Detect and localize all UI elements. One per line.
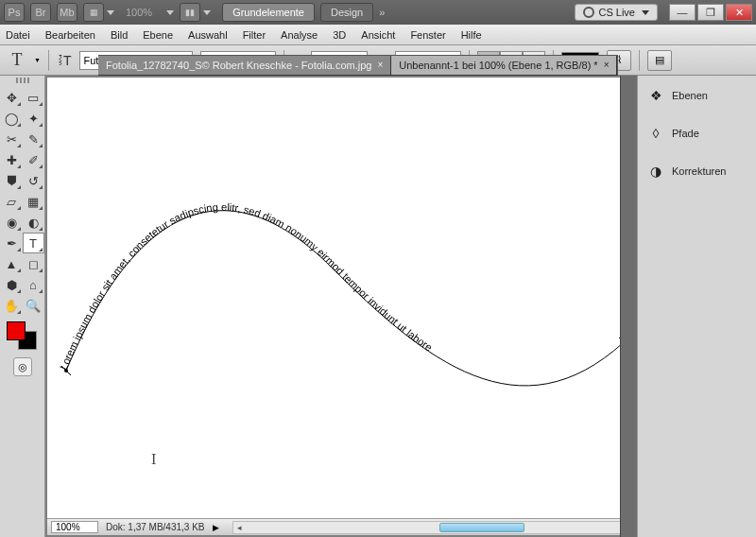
close-tab-icon[interactable]: × <box>604 60 610 70</box>
move-tool[interactable]: ✥ <box>1 87 23 108</box>
cs-live-button[interactable]: CS Live <box>575 4 658 21</box>
document-tab-1[interactable]: Fotolia_12782740_S© Robert Kneschke - Fo… <box>98 56 391 75</box>
layers-icon: ❖ <box>647 87 664 104</box>
panel-korrekturen-button[interactable]: ◑Korrekturen <box>638 157 756 185</box>
more-workspaces-icon[interactable]: » <box>379 7 385 18</box>
menu-ansicht[interactable]: Ansicht <box>361 29 395 41</box>
right-panel-dock: ❖Ebenen ◊Pfade ◑Korrekturen <box>637 76 756 537</box>
marquee-tool[interactable]: ▭ <box>23 87 44 108</box>
window-minimize-button[interactable]: — <box>669 4 696 21</box>
toolbox-panel: ✥▭ ◯✦ ✂✎ ✚✐ ⛊↺ ▱▦ ◉◐ ✒T ▲◻ ⬢⌂ ✋🔍 ◎ <box>0 76 45 537</box>
pen-tool[interactable]: ✒ <box>1 233 23 253</box>
menu-fenster[interactable]: Fenster <box>410 29 445 41</box>
panel-dock-strip[interactable] <box>620 76 637 537</box>
history-brush-tool[interactable]: ↺ <box>23 170 44 191</box>
menu-bearbeiten[interactable]: Bearbeiten <box>45 29 95 41</box>
heal-tool[interactable]: ✚ <box>1 149 23 170</box>
zoom-level-display[interactable]: 100% <box>126 7 152 18</box>
3d-tool[interactable]: ⬢ <box>1 274 23 295</box>
workspace-grundelemente-button[interactable]: Grundelemente <box>222 3 315 22</box>
menu-hilfe[interactable]: Hilfe <box>461 29 482 41</box>
crop-tool[interactable]: ✂ <box>1 129 23 149</box>
adjustments-icon: ◑ <box>647 163 664 180</box>
3d-camera-tool[interactable]: ⌂ <box>23 274 44 295</box>
panel-pfade-button[interactable]: ◊Pfade <box>638 119 756 147</box>
text-orientation-icon[interactable]: ⸾T <box>57 53 72 68</box>
color-wells[interactable] <box>7 321 39 350</box>
blur-tool[interactable]: ◉ <box>1 212 23 233</box>
hand-tool[interactable]: ✋ <box>1 295 23 316</box>
app-icon-mb[interactable]: Mb <box>57 3 77 22</box>
lasso-tool[interactable]: ◯ <box>1 108 23 129</box>
dodge-tool[interactable]: ◐ <box>23 212 44 233</box>
menu-filter[interactable]: Filter <box>243 29 266 41</box>
path-select-tool[interactable]: ▲ <box>1 253 23 274</box>
eraser-tool[interactable]: ▱ <box>1 191 23 212</box>
zoom-tool[interactable]: 🔍 <box>23 295 44 316</box>
document-size-info[interactable]: Dok: 1,37 MB/431,3 KB <box>106 522 205 532</box>
wand-tool[interactable]: ✦ <box>23 108 44 129</box>
brush-tool[interactable]: ✐ <box>23 149 44 170</box>
menu-analyse[interactable]: Analyse <box>281 29 318 41</box>
close-tab-icon[interactable]: × <box>377 60 383 70</box>
application-bar: Ps Br Mb ▦ 100% ▮▮ Grundelemente Design … <box>0 0 756 25</box>
type-tool-preset-icon[interactable]: T <box>8 50 26 70</box>
quickmask-button[interactable]: ◎ <box>13 357 32 376</box>
path-text[interactable]: Lorem ipsum dolor sit amet, consetetur s… <box>58 201 435 372</box>
arrange-documents-dropdown[interactable]: ▮▮ <box>180 3 211 22</box>
gradient-tool[interactable]: ▦ <box>23 191 44 212</box>
zoom-field[interactable]: 100% <box>51 521 98 533</box>
menu-bild[interactable]: Bild <box>111 29 128 41</box>
text-cursor-icon: I <box>151 451 156 468</box>
zoom-dropdown-arrow[interactable] <box>166 10 174 15</box>
app-icon-ps[interactable]: Ps <box>4 3 25 22</box>
workspace-design-button[interactable]: Design <box>320 3 373 22</box>
type-tool[interactable]: T <box>23 233 44 253</box>
document-tab-bar: Fotolia_12782740_S© Robert Kneschke - Fo… <box>98 55 618 76</box>
window-restore-button[interactable]: ❐ <box>697 4 724 21</box>
document-tab-2[interactable]: Unbenannt-1 bei 100% (Ebene 1, RGB/8) *× <box>391 56 617 75</box>
horizontal-scroll-thumb[interactable] <box>439 523 524 532</box>
window-close-button[interactable]: ✕ <box>726 4 752 21</box>
menu-bar: Datei Bearbeiten Bild Ebene Auswahl Filt… <box>0 25 756 45</box>
paths-icon: ◊ <box>647 125 664 142</box>
app-icon-bridge[interactable]: Br <box>30 3 51 22</box>
screen-mode-dropdown[interactable]: ▦ <box>83 3 114 22</box>
menu-datei[interactable]: Datei <box>6 29 30 41</box>
shape-tool[interactable]: ◻ <box>23 253 44 274</box>
eyedropper-tool[interactable]: ✎ <box>23 129 44 149</box>
panel-ebenen-button[interactable]: ❖Ebenen <box>638 81 756 110</box>
menu-ebene[interactable]: Ebene <box>143 29 173 41</box>
menu-3d[interactable]: 3D <box>333 29 346 41</box>
menu-auswahl[interactable]: Auswahl <box>188 29 228 41</box>
character-panel-button[interactable]: ▤ <box>647 50 672 71</box>
stamp-tool[interactable]: ⛊ <box>1 170 23 191</box>
